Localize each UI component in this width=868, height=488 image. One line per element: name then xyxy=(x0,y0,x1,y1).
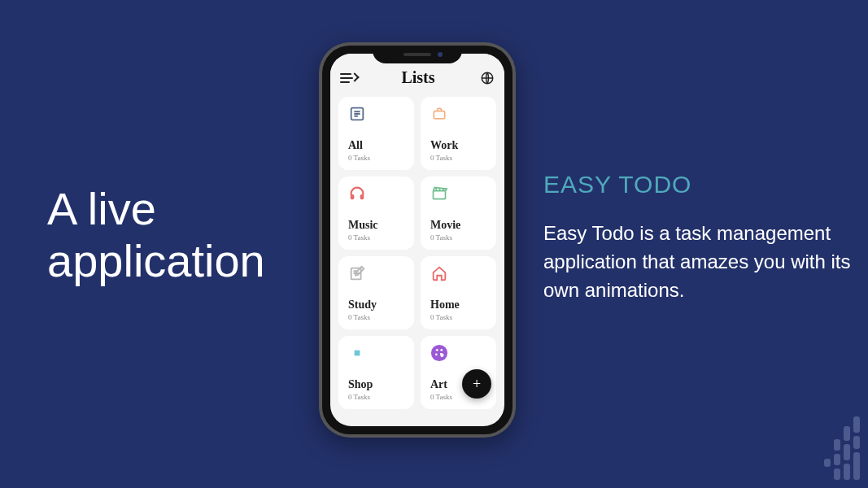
palette-icon xyxy=(430,344,448,362)
phone-notch xyxy=(373,46,462,63)
svg-rect-4 xyxy=(360,194,364,199)
card-subtitle: 0 Tasks xyxy=(348,154,404,162)
product-description: Easy Todo is a task management applicati… xyxy=(543,220,861,304)
card-title: Music xyxy=(348,219,404,232)
phone-mockup: Lists xyxy=(319,42,516,438)
app-screen: Lists xyxy=(330,54,504,426)
card-subtitle: 0 Tasks xyxy=(348,313,404,321)
card-work[interactable]: Work 0 Tasks xyxy=(421,97,496,170)
svg-point-10 xyxy=(440,349,443,351)
svg-rect-5 xyxy=(434,191,446,199)
headphones-icon xyxy=(348,185,366,203)
card-all[interactable]: All 0 Tasks xyxy=(338,97,414,170)
card-study[interactable]: Study 0 Tasks xyxy=(338,256,414,329)
card-music[interactable]: Music 0 Tasks xyxy=(338,176,414,250)
hero-heading: A live application xyxy=(47,183,265,288)
svg-point-9 xyxy=(436,349,438,351)
card-title: All xyxy=(348,139,404,152)
corner-decoration xyxy=(819,416,860,480)
menu-icon[interactable] xyxy=(340,72,356,85)
house-icon xyxy=(430,264,448,282)
svg-rect-7 xyxy=(355,351,360,356)
card-subtitle: 0 Tasks xyxy=(348,393,404,401)
card-subtitle: 0 Tasks xyxy=(430,233,486,242)
svg-point-8 xyxy=(431,345,447,361)
briefcase-icon xyxy=(430,105,448,123)
card-subtitle: 0 Tasks xyxy=(430,313,486,321)
card-title: Movie xyxy=(430,219,486,232)
list-icon xyxy=(348,105,366,123)
notebook-icon xyxy=(348,264,366,282)
hero-line1: A live xyxy=(47,183,265,235)
svg-rect-2 xyxy=(434,111,444,119)
card-title: Shop xyxy=(348,378,404,391)
add-button[interactable]: + xyxy=(462,369,491,399)
card-subtitle: 0 Tasks xyxy=(348,233,404,242)
card-title: Work xyxy=(430,139,486,152)
square-icon xyxy=(348,344,366,362)
clapperboard-icon xyxy=(430,185,448,203)
app-header-title: Lists xyxy=(401,68,434,87)
card-home[interactable]: Home 0 Tasks xyxy=(421,256,496,329)
product-info: EASY TODO Easy Todo is a task management… xyxy=(543,171,861,304)
hero-line2: application xyxy=(47,235,265,287)
plus-icon: + xyxy=(473,376,481,393)
svg-point-11 xyxy=(435,353,438,355)
card-shop[interactable]: Shop 0 Tasks xyxy=(338,336,414,409)
product-title: EASY TODO xyxy=(543,171,861,198)
card-movie[interactable]: Movie 0 Tasks xyxy=(421,176,496,250)
card-subtitle: 0 Tasks xyxy=(430,154,486,162)
card-title: Home xyxy=(430,298,486,312)
svg-rect-3 xyxy=(351,194,355,199)
globe-icon[interactable] xyxy=(480,71,495,85)
card-title: Study xyxy=(348,298,404,312)
